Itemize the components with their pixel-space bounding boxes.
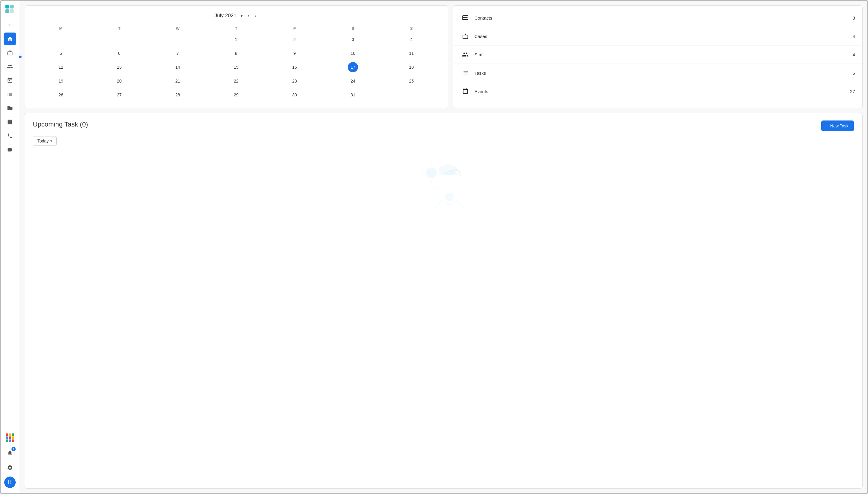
stat-row-events[interactable]: Events27 (453, 82, 862, 100)
sidebar-item-calendar[interactable] (4, 74, 16, 87)
tasks-header: Upcoming Task (0) + New Task (33, 120, 854, 131)
empty-illustration (413, 158, 474, 212)
calendar-day-cell[interactable]: 30 (265, 88, 324, 102)
sidebar-item-phone[interactable] (4, 130, 16, 142)
new-task-button[interactable]: + New Task (821, 120, 854, 131)
calendar-day-cell[interactable]: 27 (90, 88, 149, 102)
stat-row-staff[interactable]: Staff4 (453, 45, 862, 64)
stat-icon-staff (461, 50, 470, 59)
main-content: July 2021 ▼ ‹ › MTWTFSS 1234567891011121… (19, 1, 867, 493)
top-row: July 2021 ▼ ‹ › MTWTFSS 1234567891011121… (24, 5, 863, 108)
svg-point-7 (426, 168, 437, 178)
calendar-grid: MTWTFSS 12345678910111213141516171819202… (32, 24, 441, 102)
today-filter-label: Today (37, 138, 49, 144)
calendar-week-row: 12131415161718 (32, 60, 441, 74)
calendar-next-button[interactable]: › (254, 12, 258, 20)
calendar-day-header: F (265, 24, 324, 33)
calendar-day-cell[interactable]: 20 (90, 74, 149, 88)
calendar-dropdown-icon[interactable]: ▼ (240, 13, 244, 18)
calendar-day-cell (149, 33, 207, 46)
stats-card: Contacts3Cases4Staff4Tasks6Events27 (453, 5, 863, 108)
calendar-day-cell[interactable]: 2 (265, 33, 324, 46)
calendar-day-cell[interactable]: 6 (90, 46, 149, 60)
stat-row-cases[interactable]: Cases4 (453, 27, 862, 45)
sidebar-item-contacts[interactable] (4, 60, 16, 73)
stat-label-events: Events (474, 89, 846, 94)
calendar-day-cell[interactable]: 8 (207, 46, 265, 60)
sidebar-item-briefcase[interactable] (4, 46, 16, 59)
sidebar: + (1, 1, 19, 493)
calendar-day-cell[interactable]: 26 (32, 88, 90, 102)
sidebar-item-folder[interactable] (4, 102, 16, 114)
calendar-day-cell[interactable]: 7 (149, 46, 207, 60)
stat-label-contacts: Contacts (474, 15, 848, 20)
sidebar-bottom: 1 H (4, 431, 16, 490)
sidebar-item-notes[interactable] (4, 116, 16, 128)
stat-icon-cases (461, 31, 470, 41)
stat-icon-events (461, 87, 470, 96)
calendar-day-cell[interactable]: 21 (149, 74, 207, 88)
stat-label-staff: Staff (474, 52, 848, 57)
calendar-day-cell[interactable]: 13 (90, 60, 149, 74)
stat-count-tasks: 6 (853, 71, 855, 76)
stat-label-cases: Cases (474, 34, 848, 39)
calendar-day-cell[interactable]: 22 (207, 74, 265, 88)
calendar-day-cell[interactable]: 17 (324, 60, 382, 74)
calendar-week-row: 262728293031 (32, 88, 441, 102)
svg-rect-3 (10, 10, 14, 13)
calendar-day-cell[interactable]: 16 (265, 60, 324, 74)
calendar-day-cell[interactable]: 1 (207, 33, 265, 46)
calendar-day-cell[interactable]: 5 (32, 46, 90, 60)
calendar-card: July 2021 ▼ ‹ › MTWTFSS 1234567891011121… (24, 5, 448, 108)
stat-row-tasks[interactable]: Tasks6 (453, 64, 862, 82)
calendar-day-cell[interactable]: 23 (265, 74, 324, 88)
sidebar-item-notifications[interactable]: 1 (4, 446, 16, 459)
calendar-day-cell[interactable]: 11 (382, 46, 441, 60)
sidebar-item-home[interactable] (4, 33, 16, 45)
empty-state (33, 158, 854, 212)
calendar-day-cell[interactable]: 15 (207, 60, 265, 74)
calendar-day-cell[interactable]: 28 (149, 88, 207, 102)
calendar-week-row: 19202122232425 (32, 74, 441, 88)
stat-row-contacts[interactable]: Contacts3 (453, 9, 862, 27)
calendar-day-cell[interactable]: 29 (207, 88, 265, 102)
user-avatar[interactable]: H (4, 477, 16, 488)
calendar-month-label: July 2021 (215, 13, 237, 19)
calendar-day-cell[interactable]: 24 (324, 74, 382, 88)
calendar-day-cell[interactable]: 10 (324, 46, 382, 60)
today-filter-button[interactable]: Today ▾ (33, 136, 57, 146)
svg-point-13 (445, 193, 454, 201)
stat-count-events: 27 (850, 89, 855, 94)
stat-count-cases: 4 (853, 34, 855, 39)
calendar-day-cell[interactable]: 12 (32, 60, 90, 74)
calendar-day-header: T (207, 24, 265, 33)
calendar-week-row: 1234 (32, 33, 441, 46)
calendar-day-cell[interactable]: 4 (382, 33, 441, 46)
sidebar-item-add[interactable]: + (4, 19, 16, 31)
calendar-day-cell[interactable]: 25 (382, 74, 441, 88)
sidebar-item-tasks[interactable] (4, 88, 16, 101)
sidebar-item-apps[interactable] (4, 431, 16, 444)
calendar-day-cell[interactable]: 9 (265, 46, 324, 60)
calendar-day-cell[interactable]: 18 (382, 60, 441, 74)
stat-count-staff: 4 (853, 52, 855, 57)
calendar-day-cell[interactable]: 14 (149, 60, 207, 74)
tasks-title: Upcoming Task (0) (33, 120, 88, 128)
stat-icon-tasks (461, 68, 470, 78)
calendar-day-header: T (90, 24, 149, 33)
svg-point-16 (464, 190, 465, 192)
calendar-header: July 2021 ▼ ‹ › (32, 12, 441, 20)
app-logo (4, 4, 16, 15)
svg-point-14 (437, 187, 438, 189)
calendar-prev-button[interactable]: ‹ (246, 12, 251, 20)
calendar-day-cell[interactable]: 31 (324, 88, 382, 102)
calendar-day-cell[interactable]: 19 (32, 74, 90, 88)
grid-icon (6, 434, 14, 442)
svg-rect-0 (5, 5, 9, 8)
calendar-week-row: 567891011 (32, 46, 441, 60)
sidebar-item-tag[interactable] (4, 144, 16, 156)
stat-count-contacts: 3 (853, 15, 855, 20)
sidebar-item-settings[interactable] (4, 461, 16, 474)
notification-count: 1 (12, 447, 16, 451)
calendar-day-cell[interactable]: 3 (324, 33, 382, 46)
